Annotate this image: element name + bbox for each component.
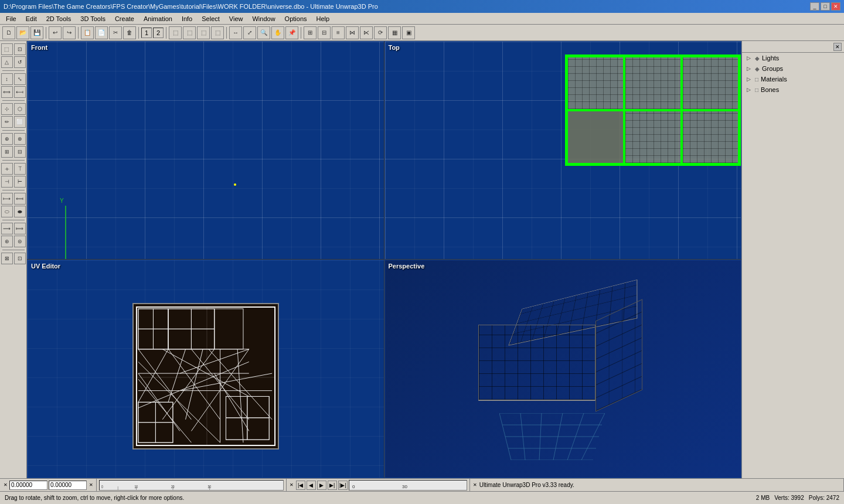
svg-text:0: 0 [352, 484, 355, 489]
tb-pin[interactable]: 📌 [285, 26, 298, 39]
menu-animation[interactable]: Animation [139, 14, 177, 23]
lt-flip-v[interactable]: ⟻ [14, 86, 26, 98]
status-bar: Drag to rotate, shift to zoom, ctrl to m… [0, 491, 844, 504]
lt-erase[interactable]: ⬜ [14, 116, 26, 128]
menu-edit[interactable]: Edit [21, 14, 42, 23]
menu-3d-tools[interactable]: 3D Tools [76, 14, 110, 23]
uv-label: UV Editor [31, 263, 60, 270]
lt-layout1[interactable]: ⊞ [1, 146, 13, 158]
tb-align[interactable]: ≡ [332, 26, 345, 39]
x-coord-input[interactable] [9, 481, 47, 490]
viewport-front[interactable]: Front Y X [27, 41, 384, 260]
tree-item-materials[interactable]: ▷ □ Materials [742, 74, 844, 84]
tb-magnify[interactable]: 🔍 [257, 26, 270, 39]
nav-next[interactable]: ▶| [328, 481, 337, 490]
lt-scale[interactable]: ⤡ [14, 73, 26, 85]
tb-unwrap[interactable]: ⟳ [374, 26, 387, 39]
perspective-ruler: 0 30 [349, 480, 467, 491]
lt-stretch[interactable]: ⟼ [1, 193, 13, 205]
main-toolbar: 🗋 📂 💾 ↩ ↪ 📋 📄 ✂ 🗑 1 2 ⬚ ⬚ ⬚ ⬚ ↔ ⤢ 🔍 ✋ 📌 … [0, 25, 844, 41]
maximize-button[interactable]: □ [821, 2, 830, 11]
lt-move[interactable]: ↕ [1, 73, 13, 85]
viewport-uv-editor[interactable]: UV Editor [27, 260, 384, 478]
lt-select-edge[interactable]: ⊡ [14, 43, 26, 55]
groups-expand-icon: ▷ [747, 66, 753, 71]
tb-split[interactable]: ⋉ [360, 26, 373, 39]
lt-rotate[interactable]: ↺ [14, 56, 26, 68]
uv-map [132, 303, 279, 449]
status-right: 2 MB Verts: 3992 Polys: 2472 [756, 495, 839, 501]
lt-weld[interactable]: ⊕ [1, 133, 13, 145]
viewport-perspective[interactable]: Perspective [384, 260, 742, 478]
tree-item-bones[interactable]: ▷ □ Bones [742, 84, 844, 95]
tb-redo[interactable]: ↪ [63, 26, 76, 39]
menu-view[interactable]: View [224, 14, 248, 23]
tb-weld[interactable]: ⋈ [346, 26, 359, 39]
tb-copy[interactable]: 📋 [81, 26, 94, 39]
tb-grid[interactable]: ⊞ [304, 26, 316, 39]
tb-view2[interactable]: ⬚ [183, 26, 196, 39]
tb-snap[interactable]: ⊟ [318, 26, 331, 39]
tree-item-lights[interactable]: ▷ ◆ Lights [742, 53, 844, 63]
right-panel-header: ✕ [742, 41, 844, 53]
lt-split2[interactable]: ⊗ [14, 133, 26, 145]
close-button[interactable]: ✕ [831, 2, 840, 11]
lt-extra2[interactable]: ⊜ [14, 236, 26, 247]
tb-pan[interactable]: ✋ [271, 26, 284, 39]
tb-pack[interactable]: ▦ [388, 26, 401, 39]
tb-zoom[interactable]: ⤢ [243, 26, 256, 39]
lt-paint[interactable]: ✏ [1, 116, 13, 128]
nav-play[interactable]: ▶ [317, 481, 326, 490]
lt-layout2[interactable]: ⊟ [14, 146, 26, 158]
menu-file[interactable]: File [1, 14, 21, 23]
lt-compact[interactable]: ⬬ [14, 206, 26, 217]
menu-info[interactable]: Info [177, 14, 197, 23]
minimize-button[interactable]: _ [810, 2, 819, 11]
menu-help[interactable]: Help [312, 14, 335, 23]
lt-snap1[interactable]: ⟿ [1, 223, 13, 234]
lt-select-vertex[interactable]: ⬚ [1, 43, 13, 55]
lt-snap2[interactable]: ⟾ [14, 223, 26, 234]
tb-view3[interactable]: ⬚ [197, 26, 210, 39]
lt-mirror-x[interactable]: ⟛ [1, 163, 13, 175]
lt-align-right[interactable]: ⊢ [14, 176, 26, 188]
tgo-cell-5 [624, 110, 682, 164]
menu-options[interactable]: Options [280, 14, 312, 23]
lt-relax[interactable]: ⬭ [1, 206, 13, 217]
tb-select-mode[interactable]: ↔ [229, 26, 242, 39]
lt-last1[interactable]: ⊠ [1, 253, 13, 264]
lt-last2[interactable]: ⊡ [14, 253, 26, 264]
lt-flip-h[interactable]: ⟺ [1, 86, 13, 98]
tb-tile[interactable]: ▣ [402, 26, 415, 39]
menu-select[interactable]: Select [197, 14, 224, 23]
lt-lasso[interactable]: ⬡ [14, 103, 26, 115]
nav-prev[interactable]: ◀ [307, 481, 316, 490]
tb-paste[interactable]: 📄 [95, 26, 108, 39]
uv-lines [134, 304, 278, 448]
tb-view1[interactable]: ⬚ [169, 26, 182, 39]
panel-close-button[interactable]: ✕ [833, 43, 842, 51]
tree-item-groups[interactable]: ▷ ◆ Groups [742, 63, 844, 74]
tb-open[interactable]: 📂 [16, 26, 29, 39]
viewport-top[interactable]: Top X [384, 41, 742, 260]
tb-cut[interactable]: ✂ [109, 26, 122, 39]
lt-align-left[interactable]: ⊣ [1, 176, 13, 188]
tb-undo[interactable]: ↩ [49, 26, 62, 39]
y-coord-input[interactable] [49, 481, 87, 490]
nav-end[interactable]: |▶| [338, 481, 348, 490]
tb-new[interactable]: 🗋 [2, 26, 15, 39]
tb-view4[interactable]: ⬚ [211, 26, 224, 39]
tb-delete[interactable]: 🗑 [123, 26, 136, 39]
tb-save[interactable]: 💾 [30, 26, 43, 39]
lt-group-flip: ⟺ ⟻ [1, 86, 26, 98]
nav-start[interactable]: |◀ [296, 481, 305, 490]
lt-mirror-y[interactable]: ⟙ [14, 163, 26, 175]
menu-window[interactable]: Window [247, 14, 280, 23]
menu-2d-tools[interactable]: 2D Tools [42, 14, 76, 23]
lt-cursor[interactable]: ⊹ [1, 103, 13, 115]
lt-compress[interactable]: ⟽ [14, 193, 26, 205]
lt-face[interactable]: △ [1, 56, 13, 68]
menu-create[interactable]: Create [110, 14, 139, 23]
uv-ruler-svg: 0 10 20 30 [100, 481, 283, 491]
lt-extra1[interactable]: ⊛ [1, 236, 13, 247]
